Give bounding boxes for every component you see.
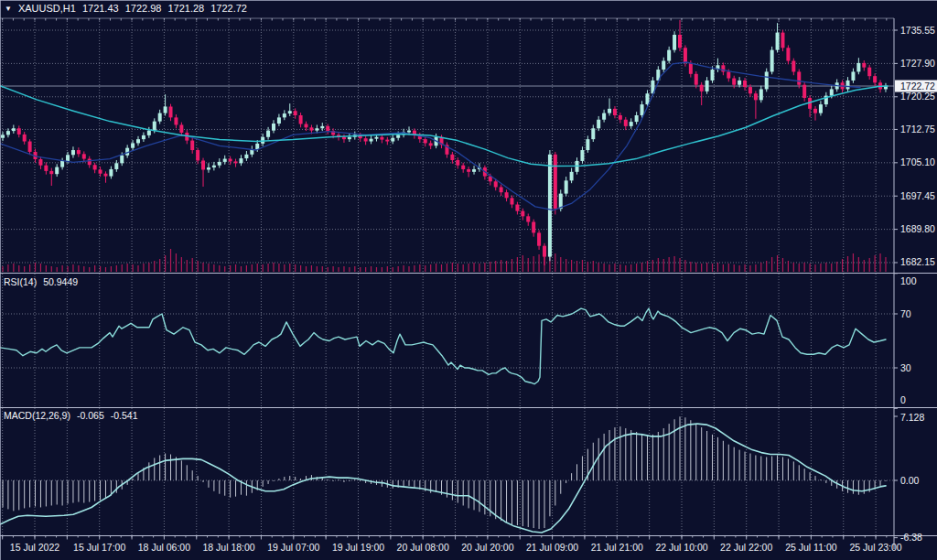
candle-bearish: [179, 124, 183, 133]
candle-bearish: [873, 76, 877, 82]
candle-bullish: [288, 111, 292, 113]
candle-bullish: [142, 135, 145, 139]
candle-bullish: [738, 81, 741, 85]
candle-bullish: [570, 172, 574, 181]
candle-bullish: [673, 35, 676, 50]
candle-bearish: [169, 106, 173, 117]
candle-bearish: [174, 117, 178, 124]
candle-bullish: [770, 50, 774, 72]
macd-axis-label[interactable]: -6.38: [900, 532, 922, 543]
candle-bearish: [234, 161, 238, 163]
candle-bullish: [218, 162, 221, 166]
candle-bullish: [153, 122, 156, 131]
candle-bearish: [537, 232, 541, 245]
candle-bullish: [223, 159, 227, 162]
candle-bearish: [781, 33, 784, 48]
candle-bearish: [364, 138, 368, 141]
time-axis-label[interactable]: 18 Jul 06:00: [138, 542, 190, 553]
candle-bullish: [66, 155, 70, 161]
candle-bearish: [624, 120, 628, 126]
candle-bearish: [732, 79, 736, 85]
time-axis-label[interactable]: 25 Jul 11:00: [785, 542, 837, 553]
candle-bearish: [326, 126, 329, 131]
candle-bearish: [494, 181, 498, 187]
candle-bullish: [662, 61, 665, 70]
time-axis-label[interactable]: 15 Jul 2022: [10, 542, 59, 553]
candle-bullish: [586, 139, 589, 150]
rsi-axis-label[interactable]: 30: [900, 362, 911, 373]
macd-signal-value: -0.541: [111, 410, 138, 421]
price-axis-label[interactable]: 1705.10: [900, 156, 935, 167]
candle-bearish: [380, 137, 383, 140]
symbol-timeframe-label: XAUUSD,H1: [18, 3, 76, 14]
candle-bearish: [77, 150, 81, 154]
candle-bullish: [851, 71, 855, 81]
candle-bullish: [776, 33, 780, 50]
time-axis-label[interactable]: 19 Jul 19:00: [332, 542, 384, 553]
symbol-dropdown-icon[interactable]: ▼: [5, 5, 12, 13]
chart-canvas[interactable]: 1735.551727.901720.251712.751705.101697.…: [0, 0, 937, 560]
price-axis-label[interactable]: 1735.55: [900, 25, 935, 36]
candle-bearish: [467, 169, 470, 172]
candle-bearish: [515, 204, 519, 210]
candle-bullish: [315, 128, 318, 130]
price-axis-label[interactable]: 1712.75: [900, 124, 935, 135]
rsi-axis-label[interactable]: 70: [900, 308, 911, 319]
price-axis-label[interactable]: 1697.45: [900, 190, 935, 201]
candle-bearish: [813, 109, 817, 113]
time-axis-label[interactable]: 18 Jul 18:00: [202, 542, 254, 553]
candle-bullish: [630, 122, 633, 126]
candle-bearish: [28, 142, 32, 152]
candle-bearish: [196, 150, 199, 160]
price-axis-label[interactable]: 1682.15: [900, 256, 935, 267]
candle-bullish: [272, 124, 275, 131]
chart-window: 1735.551727.901720.251712.751705.101697.…: [0, 0, 937, 560]
candle-bearish: [678, 35, 682, 48]
candle-bearish: [23, 135, 27, 142]
candle-bullish: [391, 138, 394, 142]
candle-bullish: [565, 180, 568, 193]
macd-signal-line: [0, 424, 886, 533]
chart-title-bar: ▼ XAUUSD,H1 1721.43 1722.98 1721.28 1722…: [5, 3, 247, 14]
candle-bullish: [244, 155, 248, 158]
rsi-axis-label[interactable]: 0: [900, 394, 906, 405]
ohlc-close: 1722.72: [210, 3, 247, 14]
ohlc-high: 1722.98: [125, 3, 162, 14]
price-axis-label[interactable]: 1720.25: [900, 91, 935, 102]
candle-bearish: [521, 211, 524, 217]
candle-bearish: [554, 155, 557, 209]
time-axis-label[interactable]: 21 Jul 21:00: [591, 542, 643, 553]
time-axis-label[interactable]: 25 Jul 23:00: [849, 542, 901, 553]
candle-bullish: [255, 144, 259, 149]
time-axis-label[interactable]: 15 Jul 17:00: [73, 542, 125, 553]
candle-bullish: [667, 50, 671, 61]
price-axis-label[interactable]: 1689.80: [900, 223, 935, 234]
candle-bullish: [277, 117, 281, 124]
time-axis-label[interactable]: 22 Jul 10:00: [655, 542, 707, 553]
time-axis-label[interactable]: 19 Jul 07:00: [267, 542, 319, 553]
candle-bullish: [348, 137, 351, 139]
macd-axis-label[interactable]: 7.128: [900, 412, 924, 423]
candle-bearish: [500, 187, 503, 192]
time-axis-label[interactable]: 20 Jul 08:00: [397, 542, 449, 553]
time-axis-label[interactable]: 20 Jul 20:00: [461, 542, 513, 553]
current-price-label: 1722.72: [900, 81, 935, 92]
candle-bearish: [743, 81, 747, 87]
candle-bearish: [38, 159, 42, 166]
price-axis-label[interactable]: 1727.90: [900, 58, 935, 69]
candle-bearish: [867, 68, 871, 77]
rsi-axis-label[interactable]: 100: [900, 275, 917, 286]
candle-bearish: [17, 128, 21, 135]
candle-bearish: [44, 166, 48, 171]
candle-bearish: [526, 216, 530, 221]
candle-bullish: [635, 115, 639, 122]
macd-histogram: [3, 416, 886, 529]
time-axis-label[interactable]: 22 Jul 22:00: [720, 542, 772, 553]
candle-bullish: [765, 71, 769, 89]
candle-bearish: [802, 85, 806, 98]
candle-bullish: [1, 135, 5, 137]
macd-axis-label[interactable]: 0.00: [900, 475, 920, 486]
time-axis-label[interactable]: 21 Jul 09:00: [526, 542, 578, 553]
candle-bearish: [82, 154, 86, 158]
candle-bullish: [109, 169, 113, 177]
